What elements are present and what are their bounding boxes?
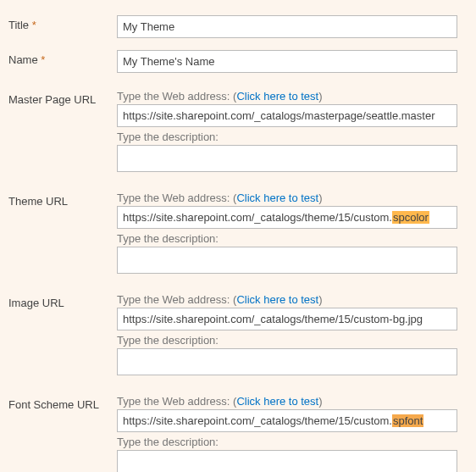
desc-hint: Type the description: — [117, 130, 457, 143]
required-marker: * — [32, 19, 36, 31]
master-page-desc-input[interactable] — [117, 145, 457, 172]
name-input[interactable] — [117, 50, 457, 73]
font-scheme-desc-input[interactable] — [117, 450, 457, 472]
test-link[interactable]: Click here to test — [236, 293, 318, 306]
image-desc-input[interactable] — [117, 348, 457, 375]
required-marker: * — [41, 53, 45, 66]
master-page-url-input[interactable] — [117, 104, 457, 127]
test-link[interactable]: Click here to test — [236, 395, 318, 408]
desc-hint: Type the description: — [117, 436, 457, 448]
url-hint: Type the Web address: (Click here to tes… — [117, 395, 457, 408]
test-link[interactable]: Click here to test — [236, 90, 318, 103]
name-label: Name * — [8, 50, 117, 66]
url-hint: Type the Web address: (Click here to tes… — [117, 90, 457, 103]
test-link[interactable]: Click here to test — [236, 192, 318, 204]
url-hint: Type the Web address: (Click here to tes… — [117, 293, 457, 306]
theme-url-input[interactable] — [117, 206, 457, 229]
font-scheme-url-input[interactable] — [117, 409, 457, 432]
desc-hint: Type the description: — [117, 334, 457, 347]
font-scheme-url-label: Font Scheme URL — [8, 395, 117, 411]
image-url-input[interactable] — [117, 308, 457, 330]
theme-url-label: Theme URL — [8, 192, 117, 208]
title-input[interactable] — [117, 15, 457, 38]
master-page-url-label: Master Page URL — [8, 90, 117, 106]
desc-hint: Type the description: — [117, 232, 457, 245]
url-hint: Type the Web address: (Click here to tes… — [117, 192, 457, 204]
theme-desc-input[interactable] — [117, 247, 457, 274]
title-label: Title * — [8, 15, 117, 31]
image-url-label: Image URL — [8, 293, 117, 309]
